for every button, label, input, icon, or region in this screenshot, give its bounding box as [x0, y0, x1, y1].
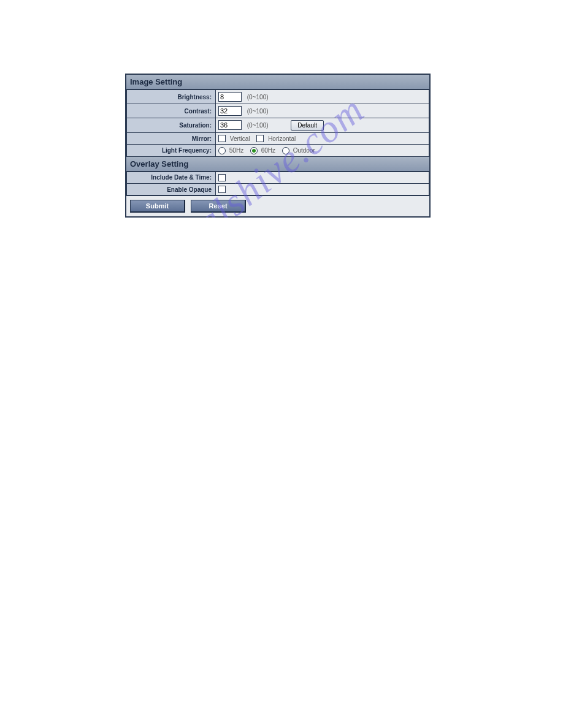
lightfreq-outdoor-label: Outdoor — [293, 147, 315, 154]
lightfreq-50hz-radio[interactable] — [218, 147, 226, 154]
overlay-setting-table: Include Date & Time: Enable Opaque — [126, 172, 429, 196]
saturation-input[interactable] — [218, 120, 242, 130]
datetime-row: Include Date & Time: — [127, 172, 429, 183]
datetime-cell — [216, 172, 429, 183]
brightness-cell: (0~100) — [216, 90, 429, 104]
button-row: Submit Reset — [126, 195, 429, 216]
reset-button[interactable]: Reset — [191, 200, 246, 213]
lightfreq-50hz-label: 50Hz — [229, 147, 243, 154]
brightness-label: Brightness: — [127, 90, 216, 104]
overlay-setting-header: Overlay Setting — [126, 157, 429, 172]
saturation-label: Saturation: — [127, 118, 216, 133]
lightfreq-label: Light Frequency: — [127, 145, 216, 156]
saturation-hint: (0~100) — [247, 122, 269, 129]
saturation-cell: (0~100) Default — [216, 118, 429, 133]
brightness-hint: (0~100) — [247, 94, 269, 100]
contrast-row: Contrast: (0~100) — [127, 104, 429, 118]
mirror-cell: Vertical Horizontal — [216, 133, 429, 145]
mirror-label: Mirror: — [127, 133, 216, 145]
lightfreq-outdoor-radio[interactable] — [282, 147, 289, 154]
mirror-vertical-label: Vertical — [230, 135, 250, 142]
mirror-vertical-checkbox[interactable] — [218, 135, 226, 142]
opaque-row: Enable Opaque — [127, 184, 429, 195]
lightfreq-row: Light Frequency: 50Hz 60Hz Outdoor — [127, 145, 429, 156]
image-setting-table: Brightness: (0~100) Contrast: (0~100) Sa… — [126, 89, 429, 157]
default-button[interactable]: Default — [291, 120, 324, 131]
lightfreq-60hz-label: 60Hz — [261, 147, 275, 154]
brightness-row: Brightness: (0~100) — [127, 90, 429, 104]
opaque-cell — [216, 184, 429, 195]
brightness-input[interactable] — [218, 92, 242, 102]
submit-button[interactable]: Submit — [130, 200, 185, 213]
saturation-row: Saturation: (0~100) Default — [127, 118, 429, 133]
settings-panel: Image Setting Brightness: (0~100) Contra… — [125, 74, 431, 218]
datetime-checkbox[interactable] — [218, 174, 226, 181]
contrast-input[interactable] — [218, 106, 242, 116]
mirror-row: Mirror: Vertical Horizontal — [127, 133, 429, 145]
image-setting-header: Image Setting — [126, 75, 429, 89]
lightfreq-60hz-radio[interactable] — [250, 147, 258, 154]
contrast-cell: (0~100) — [216, 104, 429, 118]
datetime-label: Include Date & Time: — [127, 172, 216, 183]
contrast-hint: (0~100) — [247, 108, 269, 115]
opaque-label: Enable Opaque — [127, 184, 216, 195]
mirror-horizontal-checkbox[interactable] — [256, 135, 264, 142]
lightfreq-cell: 50Hz 60Hz Outdoor — [216, 145, 429, 156]
mirror-horizontal-label: Horizontal — [268, 135, 296, 142]
opaque-checkbox[interactable] — [218, 186, 226, 193]
contrast-label: Contrast: — [127, 104, 216, 118]
